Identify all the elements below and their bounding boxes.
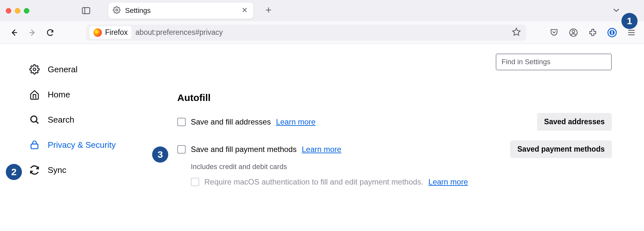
reload-button[interactable] <box>43 25 58 40</box>
setting-label: Save and fill addresses <box>191 117 271 126</box>
svg-marker-9 <box>512 28 520 35</box>
learn-more-link[interactable]: Learn more <box>302 145 341 154</box>
sidebar-item-home[interactable]: Home <box>23 82 135 107</box>
sidebar-item-privacy[interactable]: Privacy & Security <box>23 132 135 157</box>
tab-list-dropdown[interactable] <box>612 7 620 14</box>
sidebar-item-search[interactable]: Search <box>23 107 135 132</box>
settings-main: Autofill Save and fill addresses Learn m… <box>135 44 644 231</box>
forward-button[interactable] <box>24 25 40 40</box>
learn-more-link[interactable]: Learn more <box>276 117 316 126</box>
setting-row-payments: Save and fill payment methods Learn more… <box>177 140 612 158</box>
setting-label: Require macOS authentication to fill and… <box>204 177 423 186</box>
sidebar-item-label: Search <box>48 115 74 125</box>
saved-addresses-button[interactable]: Saved addresses <box>537 113 612 131</box>
sync-icon <box>29 165 40 176</box>
sidebar-item-label: Sync <box>48 165 66 175</box>
url-bar[interactable]: Firefox about:preferences#privacy <box>86 25 526 41</box>
sidebar-toggle-icon[interactable] <box>82 7 90 15</box>
maximize-window-button[interactable] <box>24 8 29 14</box>
new-tab-button[interactable] <box>264 4 273 17</box>
learn-more-link[interactable]: Learn more <box>428 177 468 186</box>
toolbar-actions <box>548 26 638 39</box>
close-window-button[interactable] <box>6 8 11 14</box>
svg-rect-0 <box>82 8 90 14</box>
setting-label: Save and fill payment methods <box>191 145 297 154</box>
navigation-toolbar: Firefox about:preferences#privacy <box>0 21 644 44</box>
svg-point-11 <box>572 30 575 33</box>
sidebar-item-general[interactable]: General <box>23 57 135 82</box>
svg-line-20 <box>36 121 38 124</box>
setting-description: Includes credit and debit cards <box>191 163 612 171</box>
onepassword-icon[interactable] <box>606 26 618 39</box>
lock-icon <box>29 139 40 150</box>
minimize-window-button[interactable] <box>15 8 20 14</box>
title-bar: Settings <box>0 0 644 21</box>
svg-rect-14 <box>611 31 613 35</box>
settings-sidebar: General Home Search Privacy & Security S… <box>0 44 135 231</box>
traffic-lights <box>6 8 29 14</box>
svg-point-18 <box>33 68 36 71</box>
site-identity[interactable]: Firefox <box>90 26 132 39</box>
svg-point-2 <box>116 9 118 11</box>
search-icon <box>29 114 40 125</box>
find-in-settings-input[interactable] <box>496 54 612 70</box>
checkbox-save-addresses[interactable] <box>177 118 186 126</box>
site-identity-label: Firefox <box>105 28 128 37</box>
firefox-icon <box>93 28 102 37</box>
setting-row-addresses: Save and fill addresses Learn more Saved… <box>177 113 612 131</box>
settings-content: General Home Search Privacy & Security S… <box>0 44 644 231</box>
gear-icon <box>113 6 121 15</box>
account-icon[interactable] <box>567 26 580 39</box>
sidebar-item-sync[interactable]: Sync <box>23 157 135 183</box>
svg-rect-21 <box>31 144 38 149</box>
gear-icon <box>29 64 40 75</box>
extensions-icon[interactable] <box>587 26 599 39</box>
close-tab-button[interactable] <box>240 5 249 16</box>
svg-point-19 <box>31 116 37 122</box>
home-icon <box>29 89 40 100</box>
saved-payment-methods-button[interactable]: Saved payment methods <box>510 140 612 158</box>
tab-title: Settings <box>125 6 236 15</box>
url-text: about:preferences#privacy <box>135 28 506 37</box>
callout-badge-2: 2 <box>6 164 22 180</box>
setting-row-auth: Require macOS authentication to fill and… <box>191 177 612 186</box>
callout-badge-3: 3 <box>152 146 168 163</box>
sidebar-item-label: Home <box>48 90 70 100</box>
browser-tab[interactable]: Settings <box>108 3 253 19</box>
checkbox-save-payments[interactable] <box>177 145 186 154</box>
section-title: Autofill <box>177 92 612 103</box>
checkbox-require-auth <box>191 178 199 186</box>
sidebar-item-label: General <box>48 65 78 75</box>
callout-badge-1: 1 <box>621 13 638 29</box>
pocket-icon[interactable] <box>548 26 560 39</box>
bookmark-star-button[interactable] <box>510 25 523 40</box>
back-button[interactable] <box>6 25 22 40</box>
sidebar-item-label: Privacy & Security <box>48 140 116 150</box>
